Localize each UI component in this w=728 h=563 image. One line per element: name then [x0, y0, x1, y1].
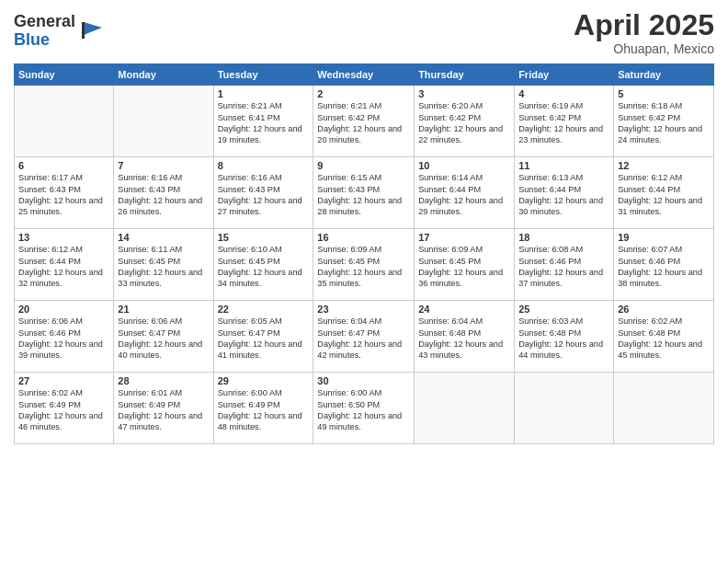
- logo: General Blue: [14, 13, 104, 50]
- day-number: 19: [618, 232, 710, 243]
- month-title: April 2025: [574, 9, 714, 41]
- calendar-cell: 22Sunrise: 6:05 AM Sunset: 6:47 PM Dayli…: [213, 301, 313, 373]
- calendar-cell: 1Sunrise: 6:21 AM Sunset: 6:41 PM Daylig…: [213, 86, 313, 157]
- day-number: 20: [18, 304, 109, 315]
- day-info: Sunrise: 6:12 AM Sunset: 6:44 PM Dayligh…: [18, 244, 109, 290]
- day-info: Sunrise: 6:00 AM Sunset: 6:50 PM Dayligh…: [317, 387, 410, 433]
- day-info: Sunrise: 6:04 AM Sunset: 6:48 PM Dayligh…: [418, 316, 510, 362]
- day-info: Sunrise: 6:01 AM Sunset: 6:49 PM Dayligh…: [118, 387, 209, 433]
- day-info: Sunrise: 6:09 AM Sunset: 6:45 PM Dayligh…: [418, 244, 510, 290]
- day-info: Sunrise: 6:06 AM Sunset: 6:46 PM Dayligh…: [18, 316, 109, 362]
- weekday-header-saturday: Saturday: [614, 64, 714, 86]
- day-info: Sunrise: 6:07 AM Sunset: 6:46 PM Dayligh…: [618, 244, 710, 290]
- day-info: Sunrise: 6:12 AM Sunset: 6:44 PM Dayligh…: [618, 172, 710, 218]
- day-info: Sunrise: 6:02 AM Sunset: 6:48 PM Dayligh…: [618, 316, 710, 362]
- day-number: 17: [418, 232, 510, 243]
- day-info: Sunrise: 6:21 AM Sunset: 6:41 PM Dayligh…: [218, 100, 310, 146]
- day-info: Sunrise: 6:16 AM Sunset: 6:43 PM Dayligh…: [118, 172, 209, 218]
- calendar-cell: 3Sunrise: 6:20 AM Sunset: 6:42 PM Daylig…: [415, 86, 515, 157]
- calendar-cell: 16Sunrise: 6:09 AM Sunset: 6:45 PM Dayli…: [313, 229, 415, 301]
- day-number: 4: [518, 88, 609, 99]
- weekday-header-tuesday: Tuesday: [213, 64, 313, 86]
- week-row-0: 1Sunrise: 6:21 AM Sunset: 6:41 PM Daylig…: [15, 86, 714, 157]
- day-number: 13: [18, 232, 109, 243]
- day-number: 11: [518, 160, 609, 171]
- calendar-cell: [515, 373, 614, 444]
- day-number: 26: [618, 304, 710, 315]
- day-number: 21: [118, 304, 209, 315]
- calendar-cell: 21Sunrise: 6:06 AM Sunset: 6:47 PM Dayli…: [114, 301, 213, 373]
- week-row-1: 6Sunrise: 6:17 AM Sunset: 6:43 PM Daylig…: [15, 157, 714, 229]
- day-number: 22: [218, 304, 310, 315]
- day-number: 18: [518, 232, 609, 243]
- day-number: 25: [518, 304, 609, 315]
- day-number: 30: [317, 375, 410, 386]
- day-number: 7: [118, 160, 209, 171]
- calendar-cell: [15, 86, 114, 157]
- day-info: Sunrise: 6:20 AM Sunset: 6:42 PM Dayligh…: [418, 100, 510, 146]
- day-number: 2: [317, 88, 410, 99]
- day-info: Sunrise: 6:08 AM Sunset: 6:46 PM Dayligh…: [518, 244, 609, 290]
- day-info: Sunrise: 6:15 AM Sunset: 6:43 PM Dayligh…: [317, 172, 410, 218]
- weekday-header-friday: Friday: [515, 64, 614, 86]
- calendar-cell: 10Sunrise: 6:14 AM Sunset: 6:44 PM Dayli…: [415, 157, 515, 229]
- day-number: 3: [418, 88, 510, 99]
- day-info: Sunrise: 6:16 AM Sunset: 6:43 PM Dayligh…: [218, 172, 310, 218]
- day-info: Sunrise: 6:05 AM Sunset: 6:47 PM Dayligh…: [218, 316, 310, 362]
- day-info: Sunrise: 6:14 AM Sunset: 6:44 PM Dayligh…: [418, 172, 510, 218]
- day-info: Sunrise: 6:04 AM Sunset: 6:47 PM Dayligh…: [317, 316, 410, 362]
- day-info: Sunrise: 6:18 AM Sunset: 6:42 PM Dayligh…: [618, 100, 710, 146]
- logo-text: General Blue: [14, 13, 75, 50]
- week-row-4: 27Sunrise: 6:02 AM Sunset: 6:49 PM Dayli…: [15, 373, 714, 444]
- day-info: Sunrise: 6:17 AM Sunset: 6:43 PM Dayligh…: [18, 172, 109, 218]
- calendar-cell: 9Sunrise: 6:15 AM Sunset: 6:43 PM Daylig…: [313, 157, 415, 229]
- calendar-cell: 24Sunrise: 6:04 AM Sunset: 6:48 PM Dayli…: [415, 301, 515, 373]
- calendar-cell: 17Sunrise: 6:09 AM Sunset: 6:45 PM Dayli…: [415, 229, 515, 301]
- weekday-header-sunday: Sunday: [15, 64, 114, 86]
- logo-blue: Blue: [14, 31, 75, 50]
- day-number: 27: [18, 375, 109, 386]
- day-info: Sunrise: 6:00 AM Sunset: 6:49 PM Dayligh…: [218, 387, 310, 433]
- day-number: 24: [418, 304, 510, 315]
- location: Ohuapan, Mexico: [574, 41, 714, 56]
- calendar-cell: 14Sunrise: 6:11 AM Sunset: 6:45 PM Dayli…: [114, 229, 213, 301]
- calendar-cell: 2Sunrise: 6:21 AM Sunset: 6:42 PM Daylig…: [313, 86, 415, 157]
- calendar-cell: 19Sunrise: 6:07 AM Sunset: 6:46 PM Dayli…: [614, 229, 714, 301]
- svg-marker-0: [84, 22, 102, 35]
- calendar-cell: 27Sunrise: 6:02 AM Sunset: 6:49 PM Dayli…: [15, 373, 114, 444]
- calendar-cell: 7Sunrise: 6:16 AM Sunset: 6:43 PM Daylig…: [114, 157, 213, 229]
- calendar-cell: 8Sunrise: 6:16 AM Sunset: 6:43 PM Daylig…: [213, 157, 313, 229]
- calendar-cell: [114, 86, 213, 157]
- title-block: April 2025 Ohuapan, Mexico: [574, 9, 714, 56]
- day-info: Sunrise: 6:06 AM Sunset: 6:47 PM Dayligh…: [118, 316, 209, 362]
- day-info: Sunrise: 6:11 AM Sunset: 6:45 PM Dayligh…: [118, 244, 209, 290]
- day-info: Sunrise: 6:13 AM Sunset: 6:44 PM Dayligh…: [518, 172, 609, 218]
- day-info: Sunrise: 6:03 AM Sunset: 6:48 PM Dayligh…: [518, 316, 609, 362]
- day-number: 8: [218, 160, 310, 171]
- weekday-header-thursday: Thursday: [415, 64, 515, 86]
- calendar-cell: 30Sunrise: 6:00 AM Sunset: 6:50 PM Dayli…: [313, 373, 415, 444]
- calendar-cell: 25Sunrise: 6:03 AM Sunset: 6:48 PM Dayli…: [515, 301, 614, 373]
- calendar-cell: 15Sunrise: 6:10 AM Sunset: 6:45 PM Dayli…: [213, 229, 313, 301]
- page: General Blue April 2025 Ohuapan, Mexico …: [0, 0, 728, 563]
- day-info: Sunrise: 6:21 AM Sunset: 6:42 PM Dayligh…: [317, 100, 410, 146]
- weekday-header-row: SundayMondayTuesdayWednesdayThursdayFrid…: [15, 64, 714, 86]
- calendar-cell: 26Sunrise: 6:02 AM Sunset: 6:48 PM Dayli…: [614, 301, 714, 373]
- logo-icon: [78, 18, 104, 44]
- calendar-cell: 23Sunrise: 6:04 AM Sunset: 6:47 PM Dayli…: [313, 301, 415, 373]
- day-number: 23: [317, 304, 410, 315]
- day-number: 15: [218, 232, 310, 243]
- day-number: 12: [618, 160, 710, 171]
- day-info: Sunrise: 6:02 AM Sunset: 6:49 PM Dayligh…: [18, 387, 109, 433]
- calendar-cell: 20Sunrise: 6:06 AM Sunset: 6:46 PM Dayli…: [15, 301, 114, 373]
- day-number: 10: [418, 160, 510, 171]
- calendar-cell: 18Sunrise: 6:08 AM Sunset: 6:46 PM Dayli…: [515, 229, 614, 301]
- calendar-cell: 28Sunrise: 6:01 AM Sunset: 6:49 PM Dayli…: [114, 373, 213, 444]
- day-info: Sunrise: 6:09 AM Sunset: 6:45 PM Dayligh…: [317, 244, 410, 290]
- weekday-header-monday: Monday: [114, 64, 213, 86]
- day-number: 16: [317, 232, 410, 243]
- calendar-cell: 13Sunrise: 6:12 AM Sunset: 6:44 PM Dayli…: [15, 229, 114, 301]
- day-number: 1: [218, 88, 310, 99]
- week-row-3: 20Sunrise: 6:06 AM Sunset: 6:46 PM Dayli…: [15, 301, 714, 373]
- calendar-cell: 29Sunrise: 6:00 AM Sunset: 6:49 PM Dayli…: [213, 373, 313, 444]
